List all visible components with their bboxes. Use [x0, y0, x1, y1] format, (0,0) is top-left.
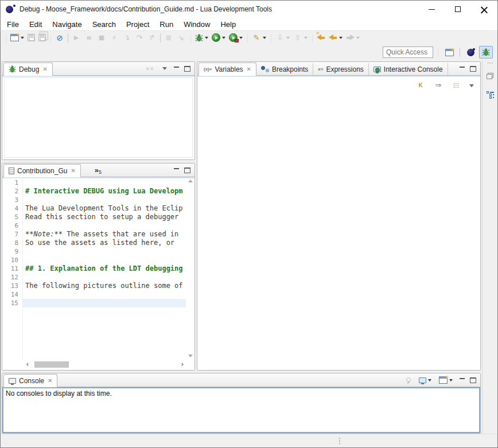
- hidden-editors-chevron[interactable]: »5: [95, 166, 102, 175]
- forward-button[interactable]: [344, 32, 361, 44]
- terminate-button[interactable]: ■: [95, 32, 108, 44]
- back-button[interactable]: [327, 32, 344, 44]
- pin-console-button[interactable]: [403, 374, 413, 387]
- dropdown-arrow-icon[interactable]: [239, 37, 243, 39]
- debug-view-content[interactable]: [2, 76, 194, 159]
- restore-view-button[interactable]: [485, 69, 495, 82]
- minimize-view-button[interactable]: [173, 66, 180, 71]
- dropdown-arrow-icon[interactable]: [205, 37, 208, 39]
- step-into-button[interactable]: ↴: [120, 32, 133, 44]
- open-console-button[interactable]: ✦: [437, 374, 454, 387]
- menu-navigate[interactable]: Navigate: [47, 19, 87, 30]
- tab-close-icon[interactable]: ✕: [247, 66, 251, 72]
- menu-run[interactable]: Run: [154, 19, 178, 30]
- menu-search[interactable]: Search: [87, 19, 121, 30]
- scroll-down-icon[interactable]: [188, 354, 193, 357]
- lua-perspective-button[interactable]: [464, 46, 477, 59]
- disconnect-button[interactable]: ⚡: [108, 32, 120, 44]
- view-menu-button[interactable]: [161, 63, 169, 75]
- sash-drag-handle[interactable]: [338, 437, 340, 445]
- menu-window[interactable]: Window: [178, 19, 215, 30]
- tab-close-icon[interactable]: ✕: [71, 167, 75, 174]
- toolbar-drag-handle[interactable]: [246, 33, 248, 42]
- save-button[interactable]: [26, 32, 37, 44]
- new-wizard-button[interactable]: ✦: [9, 32, 26, 44]
- suspend-button[interactable]: ▮▮: [83, 32, 95, 44]
- last-edit-location-button[interactable]: ✳: [315, 32, 327, 44]
- collapse-all-button[interactable]: ⊟: [450, 79, 462, 92]
- use-step-filters-button[interactable]: ≣: [162, 32, 175, 44]
- toolbar-drag-handle[interactable]: [270, 33, 272, 42]
- remove-all-terminated-button[interactable]: ✕✕: [143, 63, 156, 75]
- view-menu-button[interactable]: [468, 79, 476, 92]
- window-minimize-button[interactable]: [418, 1, 445, 18]
- tab-expressions[interactable]: x=Expressions: [313, 63, 369, 75]
- show-logical-structure-button[interactable]: ⇒: [432, 79, 445, 92]
- dropdown-arrow-icon[interactable]: [286, 37, 290, 39]
- minimize-view-button[interactable]: [173, 167, 180, 173]
- debug-perspective-button[interactable]: [479, 46, 493, 59]
- outline-view-button[interactable]: [485, 88, 496, 101]
- minimize-view-button[interactable]: [459, 377, 465, 383]
- scrollbar-thumb[interactable]: [34, 361, 69, 368]
- dropdown-arrow-icon[interactable]: [428, 379, 431, 381]
- trim-drag-handle[interactable]: [487, 62, 493, 64]
- external-tools-button[interactable]: [227, 32, 244, 44]
- previous-annotation-button[interactable]: ⇧: [291, 32, 309, 44]
- dropdown-arrow-icon[interactable]: [263, 37, 266, 39]
- tab-variables[interactable]: (x)=Variables✕: [199, 63, 256, 76]
- maximize-view-button[interactable]: [184, 167, 190, 173]
- maximize-view-button[interactable]: [184, 66, 190, 72]
- menu-edit[interactable]: Edit: [24, 19, 47, 30]
- run-button[interactable]: [210, 32, 227, 44]
- menu-file[interactable]: File: [2, 19, 24, 30]
- tab-debug[interactable]: Debug ✕: [3, 63, 53, 76]
- console-view-content[interactable]: No consoles to display at this time.: [2, 387, 480, 433]
- editor-code-area[interactable]: # Interactive DEBUG using Lua DevelopmTh…: [23, 177, 186, 360]
- maximize-view-button[interactable]: [470, 377, 476, 383]
- window-maximize-button[interactable]: [445, 1, 471, 18]
- toolbar-drag-handle[interactable]: [189, 33, 192, 42]
- save-all-button[interactable]: [37, 32, 48, 44]
- drop-to-frame-button[interactable]: ⇘: [175, 32, 188, 44]
- debug-button[interactable]: [193, 32, 210, 44]
- dropdown-arrow-icon[interactable]: [21, 37, 24, 39]
- skip-all-breakpoints-button[interactable]: ⊘: [53, 32, 66, 44]
- tab-console[interactable]: Console ✕: [3, 374, 57, 387]
- step-over-button[interactable]: ↷: [133, 32, 146, 44]
- minimize-view-button[interactable]: [459, 66, 465, 71]
- dropdown-arrow-icon[interactable]: [304, 37, 308, 39]
- open-perspective-button[interactable]: ✦: [442, 46, 456, 59]
- tab-close-icon[interactable]: ✕: [42, 66, 47, 72]
- dropdown-arrow-icon[interactable]: [339, 37, 343, 39]
- tab-interactive-console[interactable]: Interactive Console: [369, 63, 448, 75]
- toolbar-drag-handle[interactable]: [311, 33, 313, 42]
- tab-breakpoints[interactable]: Breakpoints: [256, 63, 313, 75]
- editor-vertical-scrollbar[interactable]: [186, 177, 194, 360]
- menu-help[interactable]: Help: [215, 19, 241, 30]
- tab-close-icon[interactable]: ✕: [48, 377, 52, 384]
- show-type-names-button[interactable]: K: [414, 79, 427, 92]
- main-toolbar: ✦⊘▶▮▮■⚡↴↷↱≣⇘✎⇩⇧✳: [1, 30, 497, 44]
- menu-project[interactable]: Project: [121, 19, 154, 30]
- editor-horizontal-scrollbar[interactable]: ‹ ›: [24, 360, 186, 369]
- toolbar-drag-handle[interactable]: [49, 33, 52, 42]
- scroll-right-icon[interactable]: ›: [179, 360, 186, 369]
- variables-view-content[interactable]: K⇒⊟: [197, 76, 480, 370]
- next-annotation-button[interactable]: ⇩: [274, 32, 291, 44]
- maximize-view-button[interactable]: [470, 66, 476, 72]
- toolbar-drag-handle[interactable]: [437, 48, 439, 57]
- quick-access-input[interactable]: [383, 46, 433, 58]
- dropdown-arrow-icon[interactable]: [449, 379, 453, 381]
- dropdown-arrow-icon[interactable]: [222, 37, 225, 39]
- window-close-button[interactable]: [471, 1, 497, 18]
- scroll-left-icon[interactable]: ‹: [24, 360, 31, 369]
- scroll-up-icon[interactable]: [188, 180, 193, 182]
- step-return-button[interactable]: ↱: [146, 32, 158, 44]
- display-selected-console-button[interactable]: [417, 374, 433, 387]
- toolbar-drag-handle[interactable]: [5, 33, 7, 42]
- resume-button[interactable]: ▶: [70, 32, 83, 44]
- marker-pen-button[interactable]: ✎: [250, 32, 268, 44]
- dropdown-arrow-icon[interactable]: [356, 37, 360, 39]
- tab-editor-contribution-guide[interactable]: Contribution_Gu ✕: [3, 164, 81, 177]
